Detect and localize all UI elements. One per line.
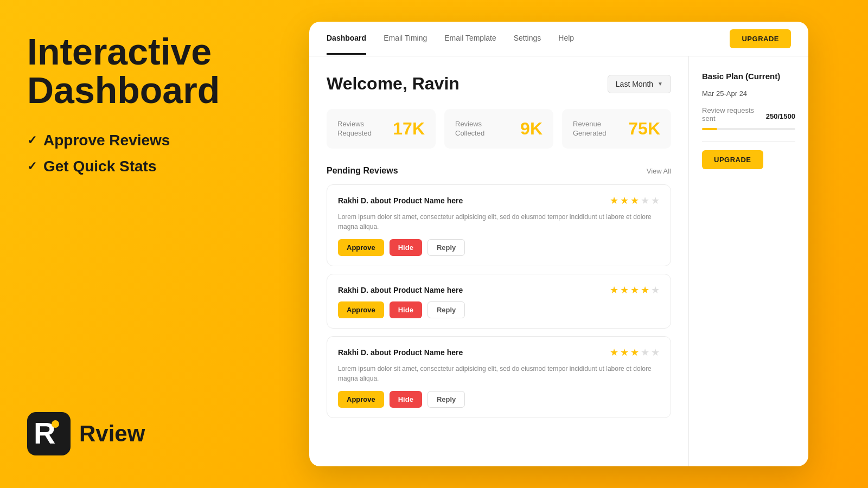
stat-value-reviews-requested: 17K — [393, 119, 425, 139]
review-card-3-header: Rakhi D. about Product Name here ★ ★ ★ ★… — [338, 346, 660, 358]
upgrade-button-sidebar[interactable]: UPGRADE — [702, 150, 763, 169]
brand-name: Rview — [79, 421, 145, 447]
star-1-2: ★ — [620, 195, 629, 207]
left-panel: Interactive Dashboard ✓ Approve Reviews … — [0, 0, 250, 488]
svg-point-2 — [52, 420, 59, 428]
star-1-1: ★ — [610, 195, 618, 207]
star-2-5: ★ — [651, 284, 660, 296]
nav-help[interactable]: Help — [558, 23, 574, 55]
plan-requests-count: 250/1500 — [766, 112, 795, 120]
stat-value-reviews-collected: 9K — [520, 119, 542, 139]
review-card-1: Rakhi D. about Product Name here ★ ★ ★ ★… — [327, 184, 671, 266]
hide-button-2[interactable]: Hide — [390, 301, 422, 318]
chevron-down-icon: ▼ — [658, 81, 663, 87]
star-2-2: ★ — [620, 284, 629, 296]
review-card-2-actions: Approve Hide Reply — [338, 301, 660, 318]
star-2-4: ★ — [641, 284, 649, 296]
approve-button-3[interactable]: Approve — [338, 391, 384, 408]
hide-button-3[interactable]: Hide — [390, 391, 422, 408]
review-card-3-actions: Approve Hide Reply — [338, 391, 660, 408]
review-card-3-text: Lorem ipsum dolor sit amet, consectetur … — [338, 364, 660, 383]
reply-button-3[interactable]: Reply — [427, 391, 465, 408]
star-3-5: ★ — [651, 346, 660, 358]
plan-title: Basic Plan (Current) — [702, 72, 795, 81]
nav-email-timing[interactable]: Email Timing — [384, 23, 427, 55]
plan-requests-label: Review requests sent — [702, 106, 766, 123]
progress-bar-bg — [702, 128, 795, 130]
nav-email-template[interactable]: Email Template — [444, 23, 496, 55]
plan-requests-row: Review requests sent 250/1500 — [702, 106, 795, 126]
stat-label-reviews-requested: ReviewsRequested — [337, 120, 372, 138]
brand-section: R Rview — [27, 412, 222, 455]
star-3-1: ★ — [610, 346, 618, 358]
stat-label-revenue-generated: RevenueGenerated — [573, 120, 606, 138]
reply-button-1[interactable]: Reply — [427, 239, 465, 256]
review-card-3-name: Rakhi D. about Product Name here — [338, 348, 463, 357]
review-card-1-stars: ★ ★ ★ ★ ★ — [610, 195, 660, 207]
sidebar-divider — [702, 141, 795, 142]
reply-button-2[interactable]: Reply — [427, 301, 465, 318]
right-panel: Dashboard Email Timing Email Template Se… — [250, 0, 868, 488]
star-1-3: ★ — [630, 195, 639, 207]
sidebar: Basic Plan (Current) Mar 25-Apr 24 Revie… — [689, 56, 808, 466]
date-filter-label: Last Month — [616, 80, 653, 88]
brand-logo-icon: R — [27, 412, 71, 455]
view-all-link[interactable]: View All — [647, 167, 671, 175]
stat-card-revenue-generated: RevenueGenerated 75K — [562, 109, 671, 149]
approve-button-1[interactable]: Approve — [338, 239, 384, 256]
review-card-2-name: Rakhi D. about Product Name here — [338, 286, 463, 294]
review-card-1-name: Rakhi D. about Product Name here — [338, 196, 463, 205]
star-3-4: ★ — [641, 346, 649, 358]
plan-date: Mar 25-Apr 24 — [702, 89, 795, 98]
check-icon-1: ✓ — [27, 133, 37, 147]
main-content: Welcome, Ravin Last Month ▼ ReviewsReque… — [309, 56, 689, 466]
star-3-3: ★ — [630, 346, 639, 358]
check-icon-2: ✓ — [27, 159, 37, 174]
feature-item-2: ✓ Get Quick Stats — [27, 158, 222, 175]
features-list: ✓ Approve Reviews ✓ Get Quick Stats — [27, 132, 222, 175]
nav-dashboard[interactable]: Dashboard — [327, 23, 366, 55]
stat-value-revenue-generated: 75K — [628, 119, 660, 139]
hide-button-1[interactable]: Hide — [390, 239, 422, 256]
review-card-3-stars: ★ ★ ★ ★ ★ — [610, 346, 660, 358]
star-3-2: ★ — [620, 346, 629, 358]
feature-item-1: ✓ Approve Reviews — [27, 132, 222, 149]
pending-reviews-header: Pending Reviews View All — [327, 166, 671, 176]
stats-row: ReviewsRequested 17K ReviewsCollected 9K… — [327, 109, 671, 149]
approve-button-2[interactable]: Approve — [338, 301, 384, 318]
review-card-1-header: Rakhi D. about Product Name here ★ ★ ★ ★… — [338, 195, 660, 207]
dashboard-body: Welcome, Ravin Last Month ▼ ReviewsReque… — [309, 56, 808, 466]
stat-label-reviews-collected: ReviewsCollected — [455, 120, 484, 138]
review-card-2-header: Rakhi D. about Product Name here ★ ★ ★ ★… — [338, 284, 660, 296]
stat-card-reviews-requested: ReviewsRequested 17K — [327, 109, 436, 149]
star-2-3: ★ — [630, 284, 639, 296]
pending-reviews-title: Pending Reviews — [327, 166, 398, 176]
progress-bar-fill — [702, 128, 717, 130]
date-filter-dropdown[interactable]: Last Month ▼ — [608, 75, 671, 93]
stat-card-reviews-collected: ReviewsCollected 9K — [444, 109, 553, 149]
welcome-title: Welcome, Ravin — [327, 74, 459, 94]
review-card-1-actions: Approve Hide Reply — [338, 239, 660, 256]
review-card-2-stars: ★ ★ ★ ★ ★ — [610, 284, 660, 296]
upgrade-button-nav[interactable]: UPGRADE — [730, 29, 791, 48]
star-1-4: ★ — [641, 195, 649, 207]
dashboard-window: Dashboard Email Timing Email Template Se… — [309, 22, 808, 466]
nav-bar: Dashboard Email Timing Email Template Se… — [309, 22, 808, 56]
star-2-1: ★ — [610, 284, 618, 296]
welcome-row: Welcome, Ravin Last Month ▼ — [327, 74, 671, 94]
review-card-3: Rakhi D. about Product Name here ★ ★ ★ ★… — [327, 336, 671, 418]
nav-settings[interactable]: Settings — [514, 23, 541, 55]
hero-title: Interactive Dashboard — [27, 33, 222, 110]
star-1-5: ★ — [651, 195, 660, 207]
svg-text:R: R — [34, 416, 55, 450]
review-card-2: Rakhi D. about Product Name here ★ ★ ★ ★… — [327, 274, 671, 329]
review-card-1-text: Lorem ipsum dolor sit amet, consectetur … — [338, 212, 660, 232]
